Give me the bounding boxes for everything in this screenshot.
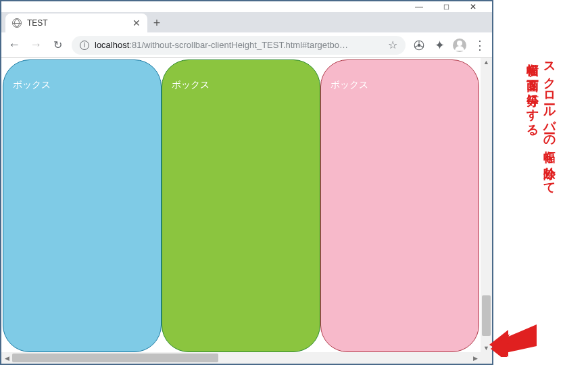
extension-icon[interactable] bbox=[412, 39, 426, 52]
horizontal-scroll-track[interactable] bbox=[12, 352, 470, 364]
scroll-left-arrow-icon[interactable]: ◀ bbox=[1, 355, 12, 362]
browser-tab[interactable]: TEST ✕ bbox=[5, 14, 147, 32]
address-bar[interactable]: i localhost:81/without-scrollbar-clientH… bbox=[72, 36, 406, 55]
window-minimize-button[interactable]: — bbox=[406, 2, 433, 11]
extensions-puzzle-icon[interactable]: ✦ bbox=[433, 39, 446, 52]
vertical-scrollbar[interactable]: ▲ ▼ bbox=[481, 58, 492, 352]
window-close-button[interactable]: ✕ bbox=[460, 2, 487, 11]
new-tab-button[interactable]: + bbox=[147, 14, 166, 32]
box-3: ボックス bbox=[320, 59, 479, 352]
page-content: ボックス ボックス ボックス bbox=[1, 58, 481, 352]
url-text: localhost:81/without-scrollbar-clientHei… bbox=[95, 40, 348, 50]
window-titlebar: — ☐ ✕ bbox=[1, 1, 492, 12]
tab-close-button[interactable]: ✕ bbox=[132, 18, 141, 28]
box-1: ボックス bbox=[3, 59, 162, 352]
page-viewport: ボックス ボックス ボックス ▲ ▼ bbox=[1, 58, 492, 352]
site-info-icon[interactable]: i bbox=[80, 41, 89, 50]
horizontal-scrollbar[interactable]: ◀ ▶ bbox=[1, 352, 492, 364]
box-2: ボックス bbox=[162, 59, 320, 352]
svg-point-1 bbox=[418, 43, 421, 47]
browser-window: — ☐ ✕ TEST ✕ + ← → ↻ i localhost:81/with… bbox=[0, 0, 493, 365]
toolbar: ← → ↻ i localhost:81/without-scrollbar-c… bbox=[1, 32, 492, 58]
scroll-right-arrow-icon[interactable]: ▶ bbox=[470, 355, 481, 362]
scroll-up-arrow-icon[interactable]: ▲ bbox=[481, 59, 492, 66]
forward-button[interactable]: → bbox=[28, 38, 43, 52]
box-label: ボックス bbox=[13, 79, 51, 90]
menu-button[interactable]: ⋮ bbox=[473, 39, 487, 52]
bookmark-star-icon[interactable]: ☆ bbox=[388, 39, 397, 51]
annotation-arrow-icon bbox=[489, 323, 537, 357]
box-label: ボックス bbox=[172, 79, 210, 90]
box-label: ボックス bbox=[330, 79, 368, 90]
annotation: スクロールバーの幅を除外して 横幅を画面３等分にする bbox=[493, 0, 588, 365]
back-button[interactable]: ← bbox=[7, 38, 22, 52]
reload-button[interactable]: ↻ bbox=[50, 39, 65, 51]
tab-title: TEST bbox=[27, 18, 48, 28]
tab-bar: TEST ✕ + bbox=[1, 12, 492, 32]
horizontal-scroll-thumb[interactable] bbox=[12, 354, 218, 362]
profile-avatar-icon[interactable] bbox=[453, 39, 466, 52]
globe-icon bbox=[12, 18, 22, 28]
window-maximize-button[interactable]: ☐ bbox=[433, 3, 460, 11]
annotation-text: スクロールバーの幅を除外して 横幅を画面３等分にする bbox=[524, 54, 558, 189]
